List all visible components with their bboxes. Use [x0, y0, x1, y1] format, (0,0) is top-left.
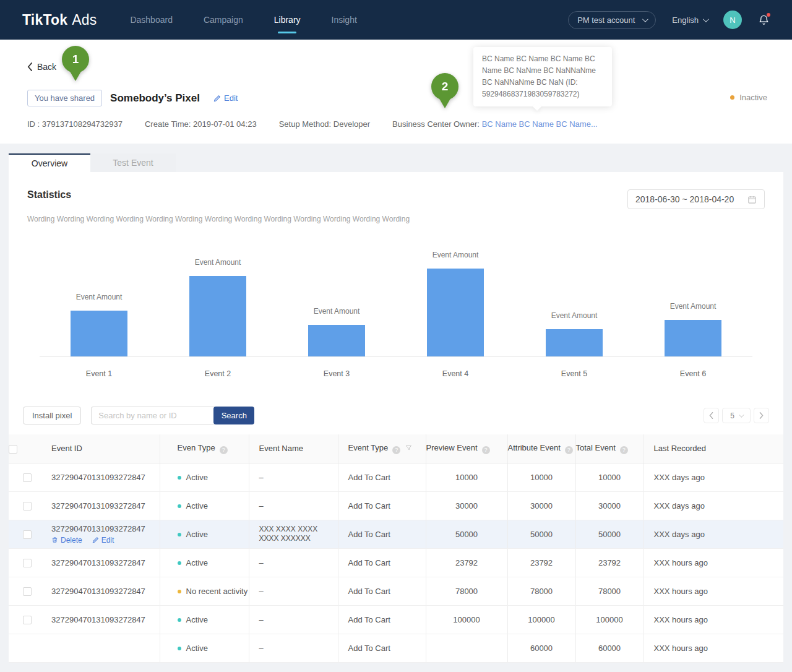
event-bar-chart: Event AmountEvent AmountEvent AmountEven… — [40, 239, 752, 378]
total-event-value: 30000 — [575, 491, 644, 520]
page-size-select[interactable]: 5 — [722, 408, 751, 423]
status-dot — [178, 590, 181, 593]
account-name: PM test account — [577, 15, 635, 25]
owner-link[interactable]: BC Name BC Name BC Name... — [482, 119, 598, 129]
info-icon[interactable]: ? — [620, 446, 628, 454]
event-type: Add To Cart — [338, 491, 426, 520]
status-dot — [178, 647, 181, 650]
nav-item-dashboard[interactable]: Dashboard — [129, 11, 174, 28]
bar — [665, 320, 721, 356]
event-name: XXX XXXX XXXX XXXX XXXXXX — [259, 525, 338, 543]
annotation-pin-1: 1 — [62, 46, 89, 73]
annotation-pin-2: 2 — [431, 73, 458, 100]
column-label: Event Name — [259, 444, 304, 453]
status-dot — [178, 504, 181, 508]
bar-value-label: Event Amount — [551, 311, 598, 320]
tab-test-event[interactable]: Test Event — [90, 153, 176, 172]
preview-event-value — [426, 634, 507, 662]
bar — [189, 276, 246, 356]
attribute-event-value: 50000 — [507, 520, 575, 548]
event-type: Add To Cart — [338, 463, 426, 491]
row-checkbox[interactable] — [23, 473, 32, 482]
nav-item-insight[interactable]: Insight — [330, 11, 358, 28]
filter-icon[interactable] — [405, 444, 412, 451]
event-name: – — [259, 473, 338, 482]
edit-button[interactable]: Edit — [92, 536, 114, 545]
status-dot — [178, 533, 181, 536]
column-header-last-recorded: Last Recorded — [644, 434, 783, 463]
row-checkbox[interactable] — [23, 587, 32, 596]
language-selector[interactable]: English — [672, 15, 707, 25]
search-input[interactable] — [91, 407, 215, 424]
event-type: Add To Cart — [338, 605, 426, 634]
row-checkbox[interactable] — [23, 616, 32, 624]
row-checkbox[interactable] — [23, 559, 32, 567]
event-name: – — [259, 615, 338, 624]
event-status: Active — [186, 473, 208, 482]
total-event-value: 60000 — [575, 634, 644, 662]
preview-event-value: 78000 — [426, 577, 507, 605]
bar-value-label: Event Amount — [195, 258, 241, 267]
column-header-preview-event: Preview Event? — [426, 434, 507, 463]
shared-badge: You have shared — [27, 90, 102, 106]
event-name: – — [259, 558, 338, 567]
event-list-toolbar: Install pixel Search 5 — [9, 407, 783, 424]
event-status: No recent activity — [186, 587, 248, 596]
page-bottom-spacer — [0, 663, 792, 672]
table-row: 327290470131093272847Active–Add To Cart2… — [9, 548, 783, 577]
bar — [546, 329, 603, 356]
last-recorded: XXX days ago — [644, 520, 783, 548]
column-header-attribute-event: Attribute Event? — [507, 434, 575, 463]
edit-title-button[interactable]: Edit — [213, 93, 238, 103]
prev-page-button[interactable] — [704, 408, 719, 423]
attribute-event-value: 60000 — [507, 634, 575, 662]
search-button[interactable]: Search — [213, 407, 254, 424]
owner-tooltip: BC Name BC Name BC Name BC Name BC NaNme… — [473, 47, 612, 106]
trash-icon — [51, 536, 58, 543]
create-time: Create Time: 2019-07-01 04:23 — [145, 119, 257, 129]
account-selector[interactable]: PM test account — [568, 11, 656, 29]
category-label: Event 4 — [396, 369, 515, 378]
bar-value-label: Event Amount — [670, 302, 717, 311]
date-range-picker[interactable]: 2018-06-30 ~ 2018-04-20 — [627, 189, 765, 209]
notification-bell-button[interactable] — [758, 14, 770, 27]
event-id: 327290470131093272847 — [51, 558, 145, 567]
attribute-event-value: 78000 — [507, 577, 575, 605]
row-checkbox[interactable] — [23, 530, 32, 539]
status-dot — [730, 95, 734, 100]
status-label: Inactive — [739, 93, 767, 102]
delete-button[interactable]: Delete — [51, 536, 82, 545]
category-label: Event 5 — [515, 369, 634, 378]
select-all-checkbox[interactable] — [9, 445, 17, 454]
total-event-value: 10000 — [575, 463, 644, 491]
chevron-left-icon — [709, 412, 713, 419]
nav-item-campaign[interactable]: Campaign — [202, 11, 244, 28]
total-event-value: 100000 — [575, 605, 644, 634]
table-row: 327290470131093272847Active–Add To Cart1… — [9, 463, 783, 491]
next-page-button[interactable] — [754, 408, 769, 423]
tab-overview[interactable]: Overview — [9, 153, 90, 172]
statistics-subtitle: Wording Wording Wording Wording Wording … — [9, 215, 783, 223]
bar-value-label: Event Amount — [76, 293, 123, 301]
info-icon[interactable]: ? — [565, 446, 573, 454]
info-icon[interactable]: ? — [220, 446, 228, 454]
nav-item-library[interactable]: Library — [273, 11, 302, 28]
column-header-event-type: Event Type? — [338, 434, 426, 463]
column-label: Event Type — [348, 443, 389, 452]
event-name: – — [259, 587, 338, 596]
back-button[interactable]: Back — [27, 62, 56, 72]
back-label: Back — [37, 62, 56, 72]
preview-event-value: 30000 — [426, 491, 507, 520]
category-label: Event 6 — [634, 369, 752, 378]
event-type: Add To Cart — [338, 520, 426, 548]
info-icon[interactable]: ? — [392, 446, 400, 454]
install-pixel-button[interactable]: Install pixel — [23, 407, 81, 424]
info-icon[interactable]: ? — [482, 446, 490, 454]
chevron-left-icon — [27, 62, 33, 71]
avatar[interactable]: N — [723, 11, 742, 29]
chevron-down-icon — [642, 16, 648, 22]
edit-label: Edit — [224, 93, 238, 103]
row-checkbox[interactable] — [23, 502, 32, 510]
pixel-header: Back You have shared Somebody’s Pixel Ed… — [0, 40, 792, 144]
statistics-title: Statistics — [27, 189, 71, 200]
